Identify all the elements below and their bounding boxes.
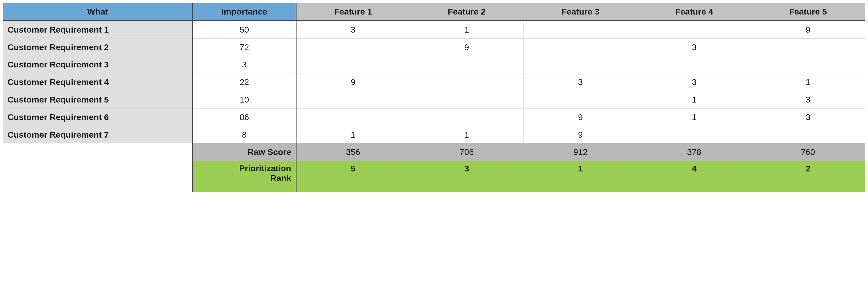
requirement-label: Customer Requirement 1 (3, 21, 193, 38)
requirement-label: Customer Requirement 2 (3, 38, 193, 56)
raw-score-cell: 760 (751, 143, 865, 161)
score-cell (751, 126, 865, 143)
rank-cell: 1 (524, 161, 637, 192)
importance-cell: 8 (193, 126, 296, 143)
table-row: Customer Requirement 6 86 9 1 3 (3, 108, 865, 126)
score-cell: 9 (296, 74, 410, 91)
score-cell (637, 21, 751, 38)
importance-cell: 50 (193, 21, 296, 38)
score-cell: 9 (751, 21, 865, 38)
raw-score-cell: 706 (410, 143, 523, 161)
rank-cell: 5 (296, 161, 410, 192)
prioritization-rank-row: PrioritizationRank 5 3 1 4 2 (3, 161, 865, 192)
header-feature-4: Feature 4 (637, 3, 751, 21)
score-cell: 1 (751, 74, 865, 91)
requirement-label: Customer Requirement 6 (3, 108, 193, 126)
score-cell (296, 108, 410, 126)
header-feature-1: Feature 1 (296, 3, 410, 21)
score-cell (524, 21, 637, 38)
score-cell (410, 91, 523, 108)
score-cell: 9 (410, 38, 523, 56)
score-cell (296, 38, 410, 56)
score-cell (751, 56, 865, 74)
score-cell (637, 126, 751, 143)
header-importance: Importance (193, 3, 296, 21)
importance-cell: 3 (193, 56, 296, 74)
score-cell (637, 56, 751, 74)
requirement-label: Customer Requirement 4 (3, 74, 193, 91)
table-row: Customer Requirement 5 10 1 3 (3, 91, 865, 108)
requirement-label: Customer Requirement 5 (3, 91, 193, 108)
requirement-label: Customer Requirement 3 (3, 56, 193, 74)
header-row: What Importance Feature 1 Feature 2 Feat… (3, 3, 865, 21)
score-cell: 3 (296, 21, 410, 38)
table-row: Customer Requirement 4 22 9 3 3 1 (3, 74, 865, 91)
importance-cell: 86 (193, 108, 296, 126)
score-cell: 3 (637, 38, 751, 56)
score-cell: 1 (296, 126, 410, 143)
score-cell: 1 (410, 21, 523, 38)
score-cell: 9 (524, 126, 637, 143)
score-cell: 3 (751, 108, 865, 126)
header-feature-3: Feature 3 (524, 3, 637, 21)
header-feature-5: Feature 5 (751, 3, 865, 21)
score-cell: 1 (637, 91, 751, 108)
score-cell: 1 (637, 108, 751, 126)
raw-score-cell: 356 (296, 143, 410, 161)
score-cell (296, 56, 410, 74)
raw-score-cell: 378 (637, 143, 751, 161)
score-cell: 3 (524, 74, 637, 91)
score-cell (524, 56, 637, 74)
header-what: What (3, 3, 193, 21)
score-cell (296, 91, 410, 108)
qfd-matrix-table: What Importance Feature 1 Feature 2 Feat… (3, 3, 865, 192)
score-cell (410, 74, 523, 91)
importance-cell: 10 (193, 91, 296, 108)
rank-cell: 3 (410, 161, 523, 192)
table-row: Customer Requirement 7 8 1 1 9 (3, 126, 865, 143)
table-row: Customer Requirement 3 3 (3, 56, 865, 74)
rank-cell: 2 (751, 161, 865, 192)
blank-cell (3, 143, 193, 161)
score-cell (524, 91, 637, 108)
score-cell (524, 38, 637, 56)
blank-cell (3, 161, 193, 192)
table-row: Customer Requirement 1 50 3 1 9 (3, 21, 865, 38)
importance-cell: 72 (193, 38, 296, 56)
score-cell (751, 38, 865, 56)
score-cell: 3 (751, 91, 865, 108)
raw-score-label: Raw Score (193, 143, 296, 161)
table-row: Customer Requirement 2 72 9 3 (3, 38, 865, 56)
raw-score-row: Raw Score 356 706 912 378 760 (3, 143, 865, 161)
score-cell: 1 (410, 126, 523, 143)
importance-cell: 22 (193, 74, 296, 91)
rank-cell: 4 (637, 161, 751, 192)
score-cell: 3 (637, 74, 751, 91)
header-feature-2: Feature 2 (410, 3, 523, 21)
raw-score-cell: 912 (524, 143, 637, 161)
score-cell (410, 108, 523, 126)
score-cell (410, 56, 523, 74)
score-cell: 9 (524, 108, 637, 126)
rank-label: PrioritizationRank (193, 161, 296, 192)
requirement-label: Customer Requirement 7 (3, 126, 193, 143)
